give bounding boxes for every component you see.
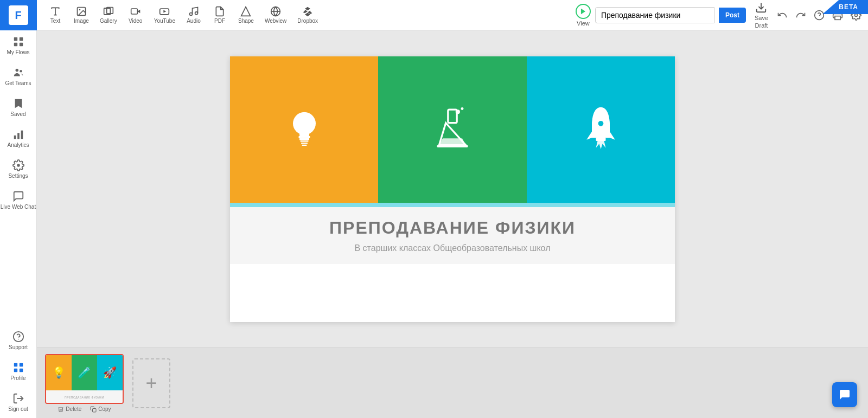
save-label: Save [755,15,768,21]
main-area: Text Image Gallery Video YouTube Audio P… [37,0,868,418]
thumb-copy-button[interactable]: Copy [90,406,111,413]
tool-audio[interactable]: Audio [182,4,206,26]
svg-rect-1 [19,37,22,41]
app-logo[interactable]: F [0,0,37,30]
thumb-inner-1: 💡 🧪 🚀 [46,355,123,390]
tool-webview[interactable]: Webview [260,4,291,26]
tool-video[interactable]: Video [124,4,148,26]
svg-rect-3 [19,43,22,46]
sidebar-item-get-teams[interactable]: Get Teams [0,61,36,92]
draft-label: Draft [755,22,768,29]
svg-rect-2 [14,43,17,46]
svg-rect-15 [19,369,22,372]
settings-icon [12,159,24,171]
view-circle [576,4,591,19]
slide-panel-blue [527,56,675,203]
tool-video-label: Video [129,18,142,24]
thumb-text-area: ПРЕПОДАВАНИЕ ФИЗИКИ [46,390,123,404]
thumb-flask-icon: 🧪 [78,366,91,379]
thumb-rocket-icon: 🚀 [103,366,117,379]
webview-tool-icon [270,6,281,17]
tool-dropbox[interactable]: Dropbox [293,4,322,26]
play-icon [579,8,587,15]
tool-pdf[interactable]: PDF [208,4,232,26]
analytics-icon [12,128,24,140]
svg-marker-27 [241,7,251,16]
teams-icon [12,67,24,79]
svg-point-18 [79,9,81,10]
svg-rect-38 [298,136,310,138]
saved-icon [12,98,24,110]
sidebar-item-profile[interactable]: Profile [0,356,36,387]
add-slide-button[interactable]: + [132,358,170,408]
sidebar-item-settings-label: Settings [8,173,28,179]
tool-shape[interactable]: Shape [234,4,258,26]
slide-thumb-1[interactable]: 💡 🧪 🚀 ПРЕПОДАВАНИЕ ФИЗИКИ [45,354,124,404]
tool-gallery[interactable]: Gallery [95,4,122,26]
copy-label: Copy [98,406,111,412]
slide-accent-bar [230,203,675,207]
flows-icon [12,36,24,48]
save-draft-button[interactable]: Save Draft [755,2,768,29]
svg-rect-21 [131,9,137,14]
svg-point-4 [15,69,18,72]
sidebar-item-saved-label: Saved [10,111,25,118]
tool-youtube-label: YouTube [154,18,175,24]
live-chat-icon [12,190,24,202]
sidebar-item-my-flows-label: My Flows [7,49,29,56]
slide-title: ПРЕПОДАВАНИЕ ФИЗИКИ [329,218,576,238]
tool-dropbox-label: Dropbox [297,18,318,24]
thumb-delete-button[interactable]: Delete [58,406,81,413]
svg-rect-12 [14,363,17,366]
sidebar-item-settings[interactable]: Settings [0,154,36,185]
redo-icon[interactable] [795,10,806,21]
dropbox-tool-icon [302,6,313,17]
svg-rect-48 [596,138,605,141]
sidebar-item-support[interactable]: Support [0,325,36,356]
save-icon [755,2,767,14]
tool-audio-label: Audio [187,18,201,24]
sidebar-item-live-web-chat[interactable]: Live Web Chat [0,185,36,216]
slide-top-section [230,56,675,203]
trash-icon [58,406,64,413]
chat-fab-button[interactable] [832,382,857,407]
svg-marker-30 [581,8,585,14]
toolbar: Text Image Gallery Video YouTube Audio P… [37,0,868,30]
sidebar-item-saved[interactable]: Saved [0,92,36,123]
sidebar-item-sign-out[interactable]: Sign out [0,387,36,418]
tool-text[interactable]: Text [43,4,67,26]
tool-youtube[interactable]: YouTube [150,4,180,26]
sidebar-item-sign-out-label: Sign out [8,406,28,413]
tool-shape-label: Shape [238,18,254,24]
sidebar-item-get-teams-label: Get Teams [5,80,31,87]
slide-subtitle: В старших классах Общеобразовательных шк… [355,243,551,253]
svg-rect-7 [17,133,20,139]
svg-rect-6 [14,136,16,139]
text-tool-icon [50,6,61,17]
post-button[interactable]: Post [719,8,746,23]
sidebar-item-analytics[interactable]: Analytics [0,123,36,154]
svg-point-25 [189,13,192,16]
support-icon [12,331,24,343]
shape-tool-icon [240,6,251,17]
signout-icon [12,393,24,404]
view-label: View [577,20,590,27]
slide-thumbnail-1[interactable]: 💡 🧪 🚀 ПРЕПОДАВАНИЕ ФИЗИКИ Del [45,354,124,413]
lightbulb-icon [283,105,326,154]
view-button[interactable]: View [576,4,591,27]
sidebar-item-my-flows[interactable]: My Flows [0,30,36,61]
logo-icon: F [9,5,28,25]
svg-rect-42 [302,144,307,145]
svg-rect-39 [299,138,309,140]
help-icon[interactable] [814,10,825,21]
beta-badge: BETA [822,0,868,14]
undo-icon[interactable] [777,10,788,21]
tool-image[interactable]: Image [69,4,93,26]
title-input[interactable] [595,7,714,23]
canvas-area: ПРЕПОДАВАНИЕ ФИЗИКИ В старших классах Об… [37,30,868,348]
sidebar-item-analytics-label: Analytics [7,142,29,149]
slide-panel-green [378,56,526,203]
slide-text-section: ПРЕПОДАВАНИЕ ФИЗИКИ В старших классах Об… [230,207,675,264]
svg-point-26 [195,12,197,15]
svg-point-44 [461,107,464,110]
